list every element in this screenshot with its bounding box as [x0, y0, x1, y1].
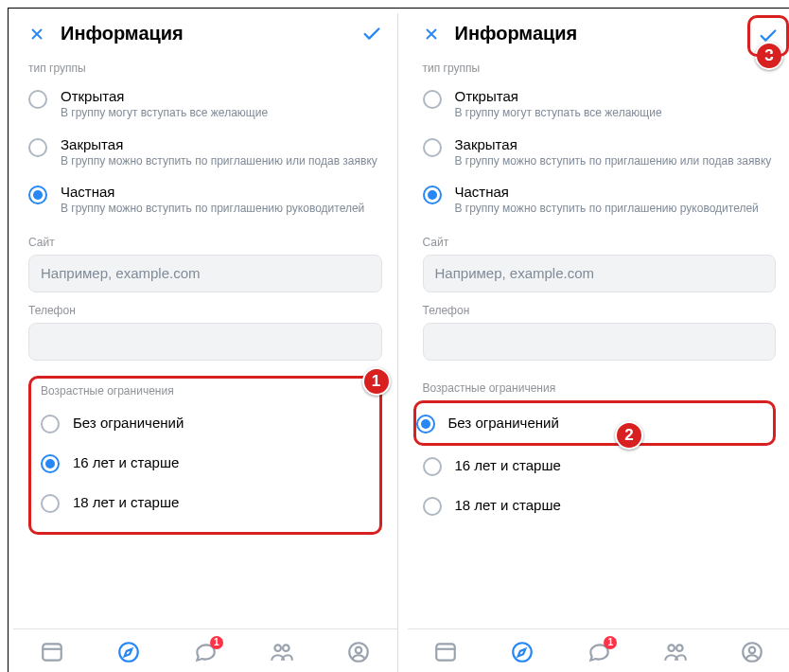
svg-point-5 — [356, 646, 362, 653]
close-icon[interactable] — [28, 26, 45, 43]
age-block: 1 Возрастные ограничения Без ограничений… — [28, 376, 382, 535]
svg-point-7 — [513, 643, 532, 662]
content: тип группы Открытая В группу могут вступ… — [408, 54, 790, 628]
tab-messages-icon[interactable]: 1 — [587, 640, 611, 664]
radio-open[interactable]: Открытая В группу могут вступать все жел… — [28, 80, 382, 129]
radio-icon — [416, 415, 435, 433]
tab-friends-icon[interactable] — [663, 640, 688, 664]
page-title: Информация — [455, 23, 777, 44]
radio-icon — [41, 494, 60, 513]
radio-icon — [41, 415, 60, 433]
site-block: Сайт Например, example.com — [28, 236, 382, 292]
radio-icon — [28, 186, 47, 204]
tab-profile-icon[interactable] — [740, 640, 764, 664]
badge-2: 2 — [615, 421, 643, 450]
svg-point-8 — [669, 645, 675, 651]
tab-discover-icon[interactable] — [510, 640, 535, 664]
phone-block: Телефон — [28, 304, 382, 361]
radio-closed[interactable]: Закрытая В группу можно вступить по приг… — [28, 129, 382, 177]
radio-private[interactable]: Частная В группу можно вступить по пригл… — [28, 176, 382, 224]
phone-input[interactable] — [423, 323, 777, 361]
tabbar: 1 — [13, 628, 397, 672]
age-block: 2 Возрастные ограничения Без ограничений… — [423, 376, 777, 535]
svg-point-1 — [119, 643, 138, 662]
tab-discover-icon[interactable] — [116, 640, 141, 664]
page-title: Информация — [61, 23, 346, 44]
radio-icon — [423, 186, 442, 204]
tab-profile-icon[interactable] — [346, 640, 371, 664]
svg-rect-6 — [436, 644, 455, 660]
radio-icon — [423, 90, 442, 109]
site-block: Сайт Например, example.com — [423, 236, 777, 292]
age-16[interactable]: 16 лет и старше — [423, 446, 777, 486]
content: тип группы Открытая В группу могут вступ… — [13, 54, 397, 628]
age-none[interactable]: Без ограничений — [413, 400, 777, 446]
svg-point-9 — [676, 645, 683, 651]
tabbar: 1 — [408, 628, 790, 672]
header: Информация — [408, 13, 790, 54]
phone-input[interactable] — [28, 323, 382, 361]
messages-badge: 1 — [604, 636, 617, 649]
check-icon[interactable] — [758, 26, 779, 46]
svg-point-2 — [274, 645, 281, 651]
phone-left: Информация тип группы Открытая В группу … — [13, 13, 398, 672]
close-icon[interactable] — [423, 26, 440, 43]
age-16[interactable]: 16 лет и старше — [41, 443, 370, 483]
site-input[interactable]: Например, example.com — [423, 255, 777, 292]
radio-icon — [423, 457, 442, 476]
phone-block: Телефон — [423, 304, 777, 361]
radio-private[interactable]: Частная В группу можно вступить по пригл… — [423, 176, 777, 224]
radio-closed[interactable]: Закрытая В группу можно вступить по приг… — [423, 129, 777, 177]
site-input[interactable]: Например, example.com — [28, 255, 382, 292]
tab-news-icon[interactable] — [40, 640, 64, 664]
age-none[interactable]: Без ограничений — [41, 403, 370, 443]
age-18[interactable]: 18 лет и старше — [41, 483, 370, 522]
group-type-label: тип группы — [28, 62, 382, 75]
group-type-label: тип группы — [423, 62, 777, 75]
radio-icon — [423, 138, 442, 157]
phone-right: 3 Информация тип группы Открытая В групп… — [408, 13, 790, 672]
svg-point-3 — [283, 645, 289, 651]
tab-messages-icon[interactable]: 1 — [193, 640, 218, 664]
svg-rect-0 — [43, 644, 61, 660]
check-highlight — [747, 15, 789, 57]
radio-icon — [28, 90, 47, 109]
header: Информация — [13, 13, 397, 54]
radio-icon — [41, 454, 60, 473]
radio-icon — [423, 497, 442, 516]
check-icon[interactable] — [361, 24, 382, 44]
age-18[interactable]: 18 лет и старше — [423, 486, 777, 525]
badge-1: 1 — [362, 367, 391, 396]
radio-icon — [28, 138, 47, 157]
tab-news-icon[interactable] — [433, 640, 458, 664]
radio-open[interactable]: Открытая В группу могут вступать все жел… — [423, 80, 777, 129]
tab-friends-icon[interactable] — [270, 640, 294, 664]
svg-point-11 — [749, 646, 756, 653]
messages-badge: 1 — [210, 636, 223, 649]
